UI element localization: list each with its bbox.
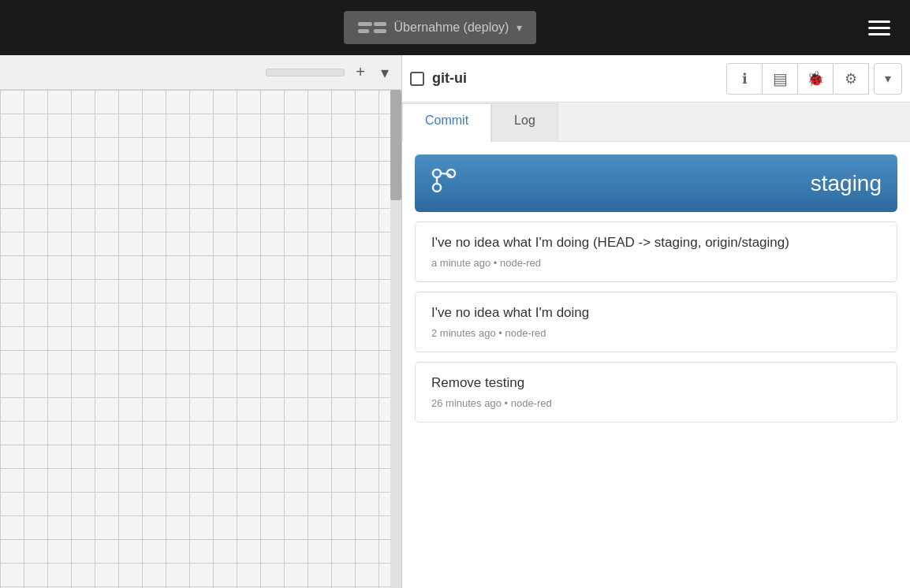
top-bar-center: Übernahme (deploy) ▾ (344, 11, 537, 44)
edit-button[interactable]: ▤ (762, 63, 798, 95)
canvas-area[interactable] (0, 90, 401, 588)
commit-author-1: node-red (505, 327, 546, 339)
tab-log[interactable]: Log (491, 103, 558, 142)
hamburger-button[interactable] (864, 17, 894, 39)
deploy-chevron-icon: ▾ (517, 21, 522, 34)
deploy-svg-icon (358, 19, 386, 36)
tabs-bar: Commit Log (402, 102, 910, 142)
tab-log-label: Log (514, 114, 535, 127)
svg-point-4 (433, 169, 441, 177)
add-button[interactable]: + (351, 61, 370, 83)
commit-separator-0: • (494, 257, 500, 269)
git-content: staging I've no idea what I'm doing (HEA… (402, 142, 910, 588)
repo-header: git-ui ℹ ▤ 🐞 ⚙ ▾ (402, 55, 910, 102)
edit-icon: ▤ (773, 69, 788, 88)
deploy-label: Übernahme (deploy) (394, 20, 509, 35)
commit-card-0[interactable]: I've no idea what I'm doing (HEAD -> sta… (415, 221, 897, 282)
main-layout: + ▾ git-ui ℹ ▤ 🐞 ⚙ (0, 55, 910, 588)
top-bar: Übernahme (deploy) ▾ (0, 0, 910, 55)
repo-checkbox[interactable] (410, 72, 424, 86)
hamburger-line-3 (868, 33, 890, 35)
right-panel: git-ui ℹ ▤ 🐞 ⚙ ▾ Commit (402, 55, 910, 588)
svg-rect-1 (358, 29, 369, 33)
svg-point-5 (433, 184, 441, 192)
settings-icon: ⚙ (845, 70, 857, 87)
info-button[interactable]: ℹ (726, 63, 763, 95)
repo-actions: ℹ ▤ 🐞 ⚙ ▾ (727, 63, 902, 95)
chevron-down-icon: ▾ (885, 71, 891, 86)
bug-button[interactable]: 🐞 (797, 63, 834, 95)
commit-separator-2: • (505, 397, 511, 409)
commit-card-1[interactable]: I've no idea what I'm doing 2 minutes ag… (415, 292, 897, 352)
bug-icon: 🐞 (807, 70, 824, 87)
branch-banner[interactable]: staging (415, 154, 897, 212)
commit-time-1: 2 minutes ago (431, 327, 496, 339)
toolbar-label (266, 69, 345, 76)
tab-commit-label: Commit (425, 114, 468, 127)
commit-meta-0: a minute ago • node-red (431, 257, 881, 269)
commit-time-2: 26 minutes ago (431, 397, 502, 409)
branch-icon (431, 167, 457, 199)
commit-time-0: a minute ago (431, 257, 490, 269)
commit-meta-1: 2 minutes ago • node-red (431, 327, 881, 339)
commit-meta-2: 26 minutes ago • node-red (431, 397, 881, 409)
commit-author-2: node-red (511, 397, 552, 409)
repo-name: git-ui (432, 70, 719, 87)
commit-author-0: node-red (500, 257, 541, 269)
hamburger-line-1 (868, 20, 890, 23)
svg-rect-3 (374, 29, 386, 33)
grid-background (0, 90, 401, 588)
settings-button[interactable]: ⚙ (833, 63, 869, 95)
svg-rect-2 (374, 22, 386, 26)
svg-rect-0 (358, 22, 372, 26)
branch-name: staging (811, 171, 882, 196)
commit-title-0: I've no idea what I'm doing (HEAD -> sta… (431, 235, 881, 251)
dropdown-button[interactable]: ▾ (376, 61, 393, 84)
left-toolbar: + ▾ (0, 55, 401, 90)
scrollbar-track[interactable] (390, 90, 401, 588)
deploy-icon (358, 19, 386, 36)
hamburger-line-2 (868, 27, 890, 29)
deploy-button[interactable]: Übernahme (deploy) ▾ (344, 11, 537, 44)
commit-title-2: Remove testing (431, 375, 881, 391)
commit-card-2[interactable]: Remove testing 26 minutes ago • node-red (415, 362, 897, 422)
scrollbar-thumb[interactable] (390, 90, 401, 200)
left-panel: + ▾ (0, 55, 402, 588)
branch-svg-icon (431, 167, 457, 194)
repo-dropdown-button[interactable]: ▾ (874, 63, 902, 95)
commit-title-1: I've no idea what I'm doing (431, 305, 881, 321)
tab-commit[interactable]: Commit (402, 103, 491, 142)
